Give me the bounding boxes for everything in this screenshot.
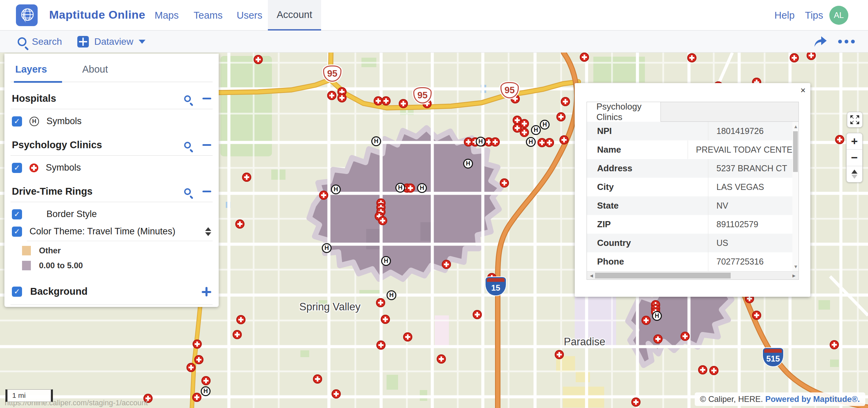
fullscreen-button[interactable] <box>847 112 863 128</box>
layer-search-icon[interactable] <box>184 188 191 195</box>
scroll-down-icon[interactable]: ▼ <box>793 264 798 269</box>
hospital-marker[interactable]: H <box>531 125 541 135</box>
clinic-marker[interactable] <box>752 311 761 320</box>
clinic-marker[interactable] <box>835 135 844 144</box>
clinic-marker[interactable] <box>381 96 391 105</box>
table-row[interactable]: Address5237 BRANCH CT <box>587 159 798 178</box>
hospitals-symbols-checkbox[interactable]: ✓ <box>12 116 22 127</box>
zoom-out-button[interactable]: − <box>847 149 862 166</box>
clinic-marker[interactable] <box>642 316 651 325</box>
hospital-marker[interactable]: H <box>652 311 662 321</box>
hospital-marker[interactable]: H <box>381 256 391 266</box>
clinic-marker[interactable] <box>192 393 201 402</box>
clinic-marker[interactable] <box>790 53 799 62</box>
nav-account[interactable]: Account <box>268 0 321 31</box>
vertical-scrollbar[interactable]: ▲ ▼ <box>792 122 798 271</box>
clinic-marker[interactable] <box>830 340 839 349</box>
clinic-marker[interactable] <box>233 330 242 339</box>
color-theme-checkbox[interactable]: ✓ <box>12 227 22 237</box>
clinic-marker[interactable] <box>235 219 244 229</box>
clinic-marker[interactable] <box>399 99 408 108</box>
table-row[interactable]: NamePREVAIL TODAY CENTER <box>587 140 798 159</box>
nav-users[interactable]: Users <box>228 0 271 31</box>
clinic-marker[interactable] <box>437 354 446 364</box>
close-icon[interactable]: × <box>801 86 806 95</box>
clinic-marker[interactable] <box>580 53 589 62</box>
attribution-link[interactable]: Powered by Maptitude®. <box>765 394 860 404</box>
collapse-icon[interactable] <box>202 144 211 146</box>
clinic-marker[interactable] <box>381 315 390 324</box>
table-row[interactable]: ZIP891102579 <box>587 215 798 234</box>
scroll-up-icon[interactable]: ▲ <box>793 124 798 129</box>
clinic-marker[interactable] <box>403 332 412 342</box>
maptitude-logo-icon[interactable] <box>16 4 38 26</box>
clinic-marker[interactable] <box>332 389 341 399</box>
collapse-icon[interactable] <box>202 98 211 99</box>
add-layer-icon[interactable] <box>202 287 211 296</box>
nav-tips[interactable]: Tips <box>796 0 832 31</box>
hospital-marker[interactable]: H <box>371 136 381 146</box>
nav-maps[interactable]: Maps <box>146 0 188 31</box>
clinic-marker[interactable] <box>242 173 251 182</box>
rotate-spinner[interactable] <box>847 166 862 182</box>
scroll-right-icon[interactable]: ► <box>791 273 796 278</box>
hospital-marker[interactable]: H <box>395 183 405 193</box>
clinic-marker[interactable] <box>559 135 569 144</box>
clinic-marker[interactable] <box>556 112 566 121</box>
clinic-marker[interactable] <box>201 376 211 385</box>
tab-layers[interactable]: Layers <box>14 64 62 83</box>
clinic-marker[interactable] <box>327 91 336 100</box>
layer-search-icon[interactable] <box>184 95 191 102</box>
clinic-marker[interactable] <box>545 138 554 147</box>
hospital-marker[interactable]: H <box>201 386 211 396</box>
clinic-marker[interactable] <box>193 339 202 349</box>
hospital-marker[interactable]: H <box>331 184 341 194</box>
scroll-left-icon[interactable]: ◄ <box>589 273 594 278</box>
zoom-in-button[interactable]: + <box>847 133 862 149</box>
user-avatar[interactable]: AL <box>829 6 848 25</box>
clinics-symbols-checkbox[interactable]: ✓ <box>12 163 22 173</box>
clinic-marker[interactable] <box>254 55 263 64</box>
sort-icon[interactable] <box>205 227 211 236</box>
clinic-marker[interactable] <box>236 315 245 324</box>
hospital-marker[interactable]: H <box>540 120 550 130</box>
hospital-marker[interactable]: H <box>463 159 473 169</box>
clinic-marker[interactable] <box>561 97 570 106</box>
clinic-marker[interactable] <box>442 260 451 269</box>
table-row[interactable]: StateNV <box>587 196 798 215</box>
clinic-marker[interactable] <box>337 93 347 102</box>
tab-about[interactable]: About <box>82 64 108 82</box>
clinic-marker[interactable] <box>186 363 196 372</box>
clinic-marker[interactable] <box>709 366 718 375</box>
clinic-marker[interactable] <box>313 374 322 384</box>
clinic-marker[interactable] <box>406 183 415 193</box>
clinic-marker[interactable] <box>194 355 203 364</box>
clinic-marker[interactable] <box>687 53 696 62</box>
vertical-scroll-thumb[interactable] <box>793 131 798 172</box>
table-row[interactable]: CountryUS <box>587 234 798 252</box>
clinic-marker[interactable] <box>376 341 386 350</box>
hospital-marker[interactable]: H <box>387 290 396 300</box>
more-options-button[interactable] <box>838 31 855 53</box>
horizontal-scroll-thumb[interactable] <box>595 273 731 278</box>
clinic-marker[interactable] <box>520 128 529 137</box>
table-row[interactable]: NPI1801419726 <box>587 122 798 140</box>
clinic-marker[interactable] <box>319 191 328 200</box>
clinic-marker[interactable] <box>653 334 663 344</box>
tab-psychology-clinics[interactable]: Psychology Clinics <box>587 102 661 122</box>
background-checkbox[interactable]: ✓ <box>12 287 22 297</box>
horizontal-scrollbar[interactable]: ◄ ► <box>587 271 798 279</box>
hospital-marker[interactable]: H <box>417 183 427 193</box>
border-style-checkbox[interactable]: ✓ <box>12 209 22 219</box>
hospital-marker[interactable]: H <box>322 243 332 253</box>
layer-search-icon[interactable] <box>184 142 191 149</box>
clinic-marker[interactable] <box>473 310 482 319</box>
search-button[interactable]: Search <box>18 31 62 53</box>
collapse-icon[interactable] <box>202 191 211 192</box>
clinic-marker[interactable] <box>807 53 816 60</box>
clinic-marker[interactable] <box>698 365 707 374</box>
clinic-marker[interactable] <box>376 298 385 307</box>
table-row[interactable]: Phone7027725316 <box>587 252 798 271</box>
hospital-marker[interactable]: H <box>476 137 486 147</box>
clinic-marker[interactable] <box>555 350 564 359</box>
